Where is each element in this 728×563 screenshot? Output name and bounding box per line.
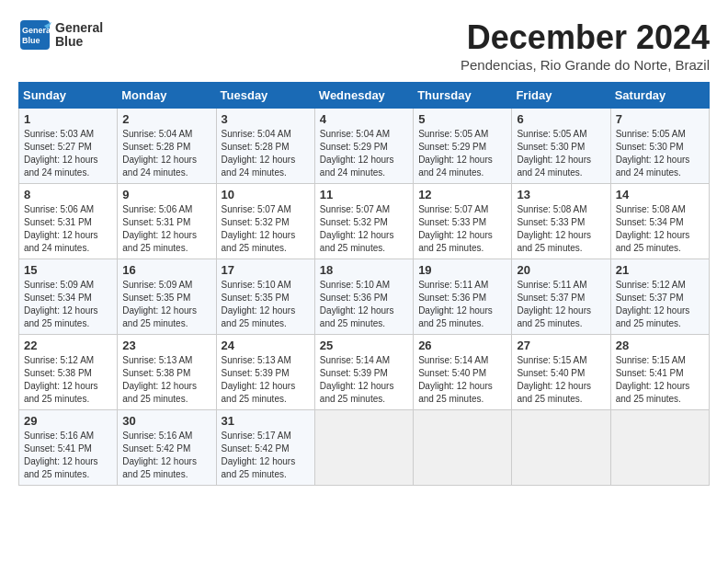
weekday-header-row: SundayMondayTuesdayWednesdayThursdayFrid… xyxy=(19,83,710,109)
day-info: Sunrise: 5:13 AM Sunset: 5:38 PM Dayligh… xyxy=(122,354,210,406)
weekday-header-saturday: Saturday xyxy=(610,83,709,109)
day-info: Sunrise: 5:06 AM Sunset: 5:31 PM Dayligh… xyxy=(24,203,112,255)
calendar-header: SundayMondayTuesdayWednesdayThursdayFrid… xyxy=(19,83,710,109)
day-number: 3 xyxy=(222,112,310,126)
day-number: 4 xyxy=(320,112,408,126)
day-number: 25 xyxy=(320,339,408,352)
calendar-cell: 31Sunrise: 5:17 AM Sunset: 5:42 PM Dayli… xyxy=(216,410,314,486)
calendar-cell xyxy=(314,410,413,486)
calendar-cell: 25Sunrise: 5:14 AM Sunset: 5:39 PM Dayli… xyxy=(314,335,413,410)
calendar-cell: 12Sunrise: 5:07 AM Sunset: 5:33 PM Dayli… xyxy=(414,184,512,259)
day-info: Sunrise: 5:04 AM Sunset: 5:29 PM Dayligh… xyxy=(320,128,408,179)
day-info: Sunrise: 5:07 AM Sunset: 5:32 PM Dayligh… xyxy=(222,203,310,255)
day-info: Sunrise: 5:05 AM Sunset: 5:30 PM Dayligh… xyxy=(616,128,704,179)
calendar-cell: 27Sunrise: 5:15 AM Sunset: 5:40 PM Dayli… xyxy=(512,335,610,410)
day-number: 19 xyxy=(418,263,506,277)
day-number: 12 xyxy=(418,188,506,201)
day-info: Sunrise: 5:11 AM Sunset: 5:37 PM Dayligh… xyxy=(517,279,605,330)
day-info: Sunrise: 5:08 AM Sunset: 5:33 PM Dayligh… xyxy=(517,203,605,255)
day-info: Sunrise: 5:16 AM Sunset: 5:42 PM Dayligh… xyxy=(122,430,210,481)
day-info: Sunrise: 5:03 AM Sunset: 5:27 PM Dayligh… xyxy=(24,128,112,179)
calendar-cell: 16Sunrise: 5:09 AM Sunset: 5:35 PM Dayli… xyxy=(118,259,216,335)
weekday-header-monday: Monday xyxy=(118,83,216,109)
calendar-cell: 26Sunrise: 5:14 AM Sunset: 5:40 PM Dayli… xyxy=(414,335,512,410)
logo: General Blue General Blue xyxy=(18,18,103,52)
calendar-subtitle: Pendencias, Rio Grande do Norte, Brazil xyxy=(461,57,710,73)
day-info: Sunrise: 5:04 AM Sunset: 5:28 PM Dayligh… xyxy=(222,128,310,179)
calendar-cell: 8Sunrise: 5:06 AM Sunset: 5:31 PM Daylig… xyxy=(19,184,118,259)
weekday-header-friday: Friday xyxy=(512,83,610,109)
calendar-cell: 30Sunrise: 5:16 AM Sunset: 5:42 PM Dayli… xyxy=(118,410,216,486)
calendar-week-row: 22Sunrise: 5:12 AM Sunset: 5:38 PM Dayli… xyxy=(19,335,710,410)
day-number: 13 xyxy=(517,188,605,201)
calendar-body: 1Sunrise: 5:03 AM Sunset: 5:27 PM Daylig… xyxy=(19,109,710,486)
day-info: Sunrise: 5:07 AM Sunset: 5:33 PM Dayligh… xyxy=(418,203,506,255)
calendar-cell: 10Sunrise: 5:07 AM Sunset: 5:32 PM Dayli… xyxy=(216,184,314,259)
calendar-cell: 29Sunrise: 5:16 AM Sunset: 5:41 PM Dayli… xyxy=(19,410,118,486)
svg-text:Blue: Blue xyxy=(22,36,40,45)
day-number: 24 xyxy=(222,339,310,352)
day-number: 11 xyxy=(320,188,408,201)
day-number: 20 xyxy=(517,263,605,277)
day-number: 21 xyxy=(616,263,704,277)
calendar-cell: 23Sunrise: 5:13 AM Sunset: 5:38 PM Dayli… xyxy=(118,335,216,410)
day-number: 9 xyxy=(122,188,210,201)
calendar-cell: 6Sunrise: 5:05 AM Sunset: 5:30 PM Daylig… xyxy=(512,109,610,184)
calendar-cell: 24Sunrise: 5:13 AM Sunset: 5:39 PM Dayli… xyxy=(216,335,314,410)
logo-icon: General Blue xyxy=(18,18,51,52)
day-info: Sunrise: 5:15 AM Sunset: 5:41 PM Dayligh… xyxy=(616,354,704,406)
calendar-cell xyxy=(512,410,610,486)
calendar-week-row: 1Sunrise: 5:03 AM Sunset: 5:27 PM Daylig… xyxy=(19,109,710,184)
day-number: 7 xyxy=(616,112,704,126)
calendar-cell xyxy=(414,410,512,486)
day-number: 22 xyxy=(24,339,112,352)
day-number: 8 xyxy=(24,188,112,201)
calendar-cell: 1Sunrise: 5:03 AM Sunset: 5:27 PM Daylig… xyxy=(19,109,118,184)
day-number: 14 xyxy=(616,188,704,201)
calendar-title: December 2024 xyxy=(461,18,710,57)
day-info: Sunrise: 5:14 AM Sunset: 5:40 PM Dayligh… xyxy=(418,354,506,406)
calendar-cell: 20Sunrise: 5:11 AM Sunset: 5:37 PM Dayli… xyxy=(512,259,610,335)
calendar-cell: 17Sunrise: 5:10 AM Sunset: 5:35 PM Dayli… xyxy=(216,259,314,335)
day-number: 26 xyxy=(418,339,506,352)
calendar-cell: 28Sunrise: 5:15 AM Sunset: 5:41 PM Dayli… xyxy=(610,335,709,410)
calendar-cell: 5Sunrise: 5:05 AM Sunset: 5:29 PM Daylig… xyxy=(414,109,512,184)
day-info: Sunrise: 5:15 AM Sunset: 5:40 PM Dayligh… xyxy=(517,354,605,406)
day-info: Sunrise: 5:11 AM Sunset: 5:36 PM Dayligh… xyxy=(418,279,506,330)
calendar-cell: 15Sunrise: 5:09 AM Sunset: 5:34 PM Dayli… xyxy=(19,259,118,335)
day-number: 27 xyxy=(517,339,605,352)
calendar-cell: 7Sunrise: 5:05 AM Sunset: 5:30 PM Daylig… xyxy=(610,109,709,184)
calendar-cell: 14Sunrise: 5:08 AM Sunset: 5:34 PM Dayli… xyxy=(610,184,709,259)
day-number: 10 xyxy=(222,188,310,201)
calendar-cell: 19Sunrise: 5:11 AM Sunset: 5:36 PM Dayli… xyxy=(414,259,512,335)
logo-text: General Blue xyxy=(55,21,103,50)
calendar-cell: 18Sunrise: 5:10 AM Sunset: 5:36 PM Dayli… xyxy=(314,259,413,335)
day-number: 1 xyxy=(24,112,112,126)
weekday-header-sunday: Sunday xyxy=(19,83,118,109)
calendar-cell: 13Sunrise: 5:08 AM Sunset: 5:33 PM Dayli… xyxy=(512,184,610,259)
calendar-cell: 3Sunrise: 5:04 AM Sunset: 5:28 PM Daylig… xyxy=(216,109,314,184)
weekday-header-tuesday: Tuesday xyxy=(216,83,314,109)
calendar-cell: 11Sunrise: 5:07 AM Sunset: 5:32 PM Dayli… xyxy=(314,184,413,259)
calendar-cell: 4Sunrise: 5:04 AM Sunset: 5:29 PM Daylig… xyxy=(314,109,413,184)
day-number: 28 xyxy=(616,339,704,352)
calendar-cell xyxy=(610,410,709,486)
day-info: Sunrise: 5:13 AM Sunset: 5:39 PM Dayligh… xyxy=(222,354,310,406)
calendar-cell: 9Sunrise: 5:06 AM Sunset: 5:31 PM Daylig… xyxy=(118,184,216,259)
day-info: Sunrise: 5:14 AM Sunset: 5:39 PM Dayligh… xyxy=(320,354,408,406)
day-number: 6 xyxy=(517,112,605,126)
day-info: Sunrise: 5:10 AM Sunset: 5:36 PM Dayligh… xyxy=(320,279,408,330)
day-number: 18 xyxy=(320,263,408,277)
day-info: Sunrise: 5:12 AM Sunset: 5:37 PM Dayligh… xyxy=(616,279,704,330)
day-info: Sunrise: 5:07 AM Sunset: 5:32 PM Dayligh… xyxy=(320,203,408,255)
day-number: 30 xyxy=(122,414,210,428)
calendar-week-row: 29Sunrise: 5:16 AM Sunset: 5:41 PM Dayli… xyxy=(19,410,710,486)
day-info: Sunrise: 5:04 AM Sunset: 5:28 PM Dayligh… xyxy=(122,128,210,179)
day-number: 23 xyxy=(122,339,210,352)
weekday-header-thursday: Thursday xyxy=(414,83,512,109)
day-number: 5 xyxy=(418,112,506,126)
day-info: Sunrise: 5:08 AM Sunset: 5:34 PM Dayligh… xyxy=(616,203,704,255)
day-info: Sunrise: 5:06 AM Sunset: 5:31 PM Dayligh… xyxy=(122,203,210,255)
calendar-week-row: 8Sunrise: 5:06 AM Sunset: 5:31 PM Daylig… xyxy=(19,184,710,259)
day-number: 31 xyxy=(222,414,310,428)
